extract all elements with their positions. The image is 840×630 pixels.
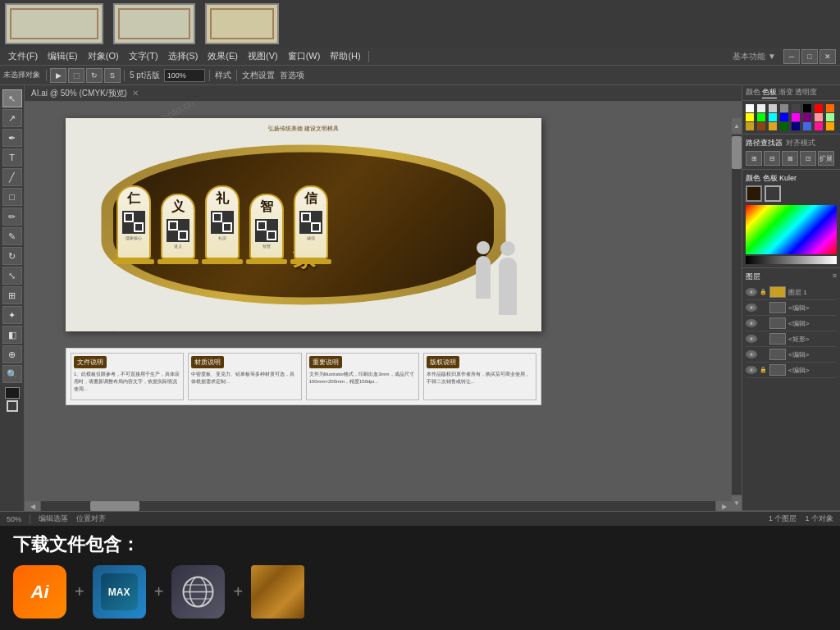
- hscroll-thumb[interactable]: [90, 501, 139, 511]
- swatch-deep-pink[interactable]: [815, 122, 823, 130]
- swatch-gold[interactable]: [746, 122, 754, 130]
- tool-rect[interactable]: □: [2, 188, 22, 206]
- horizontal-scrollbar[interactable]: ◀ ▶: [25, 501, 732, 511]
- preview-thumb-1[interactable]: [5, 3, 103, 44]
- swatch-purple[interactable]: [803, 113, 811, 121]
- minimize-button[interactable]: ─: [783, 49, 800, 64]
- active-fill-color[interactable]: [746, 185, 762, 202]
- swatch-brown[interactable]: [757, 122, 765, 130]
- tool-pencil[interactable]: ✎: [2, 227, 22, 245]
- tool-rotate[interactable]: ↻: [86, 68, 103, 83]
- fill-swatch[interactable]: [5, 387, 20, 399]
- position-tab-adjust[interactable]: 路径查找器: [746, 138, 783, 148]
- prefs-label[interactable]: 首选项: [280, 70, 304, 81]
- menu-select[interactable]: 选择(S): [163, 50, 203, 62]
- swatch-orange[interactable]: [826, 104, 834, 112]
- panel-card-li[interactable]: 礼 礼仪: [205, 185, 240, 259]
- tool-select-icon[interactable]: ↖: [2, 89, 22, 107]
- tool-eyedropper[interactable]: ✦: [2, 306, 22, 324]
- swatch-light-green[interactable]: [826, 113, 834, 121]
- swatch-cyan[interactable]: [769, 113, 777, 121]
- doc-settings-label[interactable]: 文档设置: [242, 70, 275, 81]
- tool-blend[interactable]: ⊞: [2, 286, 22, 304]
- swatch-white[interactable]: [746, 104, 754, 112]
- tool-arrow[interactable]: ▶: [50, 68, 66, 83]
- panel-card-zhi[interactable]: 智 智慧: [249, 194, 284, 259]
- panel-card-ren[interactable]: 仁 儒家核心: [116, 185, 151, 259]
- layer-eye-2[interactable]: 👁: [746, 304, 757, 312]
- tool-direct-select[interactable]: ↗: [2, 109, 22, 127]
- pathfinder-minus[interactable]: ⊟: [764, 151, 780, 166]
- layer-eye-5[interactable]: 👁: [746, 350, 757, 358]
- canvas-tab[interactable]: AI.ai @ 50% (CMYK/预览) ✕: [25, 85, 742, 102]
- swatch-red[interactable]: [815, 104, 823, 112]
- layer-lock-6[interactable]: 🔒: [760, 367, 768, 373]
- preview-thumb-3[interactable]: [205, 3, 279, 44]
- tool-size[interactable]: S: [104, 68, 121, 83]
- tool-line[interactable]: ╱: [2, 168, 22, 186]
- zoom-display[interactable]: 50%: [7, 515, 21, 523]
- tool-mesh[interactable]: ⊕: [2, 345, 22, 363]
- layer-item-2[interactable]: 👁 <编辑>: [746, 300, 837, 316]
- scroll-thumb[interactable]: [732, 136, 742, 169]
- scroll-right-arrow[interactable]: ▶: [715, 501, 732, 511]
- scroll-up-arrow[interactable]: ▲: [732, 118, 742, 135]
- tool-rotate-tool[interactable]: ↻: [2, 247, 22, 265]
- tab-swatches[interactable]: 色板: [762, 87, 777, 98]
- tab-gradient-panel[interactable]: 渐变: [778, 87, 793, 98]
- tool-paintbrush[interactable]: ✏: [2, 208, 22, 226]
- menu-object[interactable]: 对象(O): [83, 50, 124, 62]
- tab-transparency[interactable]: 透明度: [795, 87, 817, 98]
- color-kuler-tab[interactable]: 颜色 色板 Kuler: [746, 173, 797, 184]
- layers-tab[interactable]: 图层: [746, 272, 760, 282]
- close-tab-icon[interactable]: ✕: [132, 89, 139, 98]
- ai-icon-box[interactable]: Ai: [13, 565, 66, 619]
- panel-card-yi[interactable]: 义 道义: [161, 194, 195, 259]
- globe-icon-box[interactable]: [171, 565, 225, 619]
- tool-select[interactable]: ⬚: [68, 68, 84, 83]
- swatch-gray[interactable]: [769, 104, 777, 112]
- swatch-green[interactable]: [757, 113, 765, 121]
- color-gradient-picker[interactable]: [746, 205, 837, 254]
- maximize-button[interactable]: □: [801, 49, 818, 64]
- stroke-swatch[interactable]: [7, 400, 18, 412]
- vertical-scrollbar[interactable]: ▲ ▼: [732, 118, 742, 511]
- panel-card-xin[interactable]: 信 诚信: [294, 185, 328, 259]
- scroll-left-arrow[interactable]: ◀: [25, 501, 41, 511]
- swatch-mid-gray[interactable]: [780, 104, 788, 112]
- design-board[interactable]: 弘扬传统美德 建设文明棋具 儒家 仁: [66, 118, 541, 331]
- menu-edit[interactable]: 编辑(E): [43, 50, 83, 62]
- swatch-magenta[interactable]: [792, 113, 800, 121]
- swatch-light-orange[interactable]: [826, 122, 834, 130]
- layer-eye-6[interactable]: 👁: [746, 366, 757, 374]
- pathfinder-intersect[interactable]: ⊠: [782, 151, 798, 166]
- layer-item-1[interactable]: 👁 🔒 图层 1: [746, 285, 837, 300]
- swatch-black[interactable]: [803, 104, 811, 112]
- layers-options[interactable]: ≡: [833, 272, 837, 282]
- position-tab-transform[interactable]: 对齐模式: [786, 138, 815, 148]
- tool-gradient[interactable]: ◧: [2, 326, 22, 344]
- menu-window[interactable]: 窗口(W): [283, 50, 326, 62]
- layer-lock-1[interactable]: 🔒: [760, 289, 768, 295]
- preview-thumb-2[interactable]: [113, 3, 195, 44]
- swatch-dark-gray[interactable]: [792, 104, 800, 112]
- pathfinder-unite[interactable]: ⊞: [746, 151, 762, 166]
- active-stroke-color[interactable]: [765, 185, 781, 202]
- layer-item-3[interactable]: 👁 <编辑>: [746, 316, 837, 331]
- menu-help[interactable]: 帮助(H): [325, 50, 365, 62]
- scroll-down-arrow[interactable]: ▼: [732, 495, 742, 511]
- layer-item-4[interactable]: 👁 <矩形>: [746, 331, 837, 347]
- menu-text[interactable]: 文字(T): [124, 50, 163, 62]
- layer-eye-3[interactable]: 👁: [746, 319, 757, 327]
- swatch-light-red[interactable]: [815, 113, 823, 121]
- layer-eye-1[interactable]: 👁: [746, 288, 757, 296]
- menu-view[interactable]: 视图(V): [243, 50, 283, 62]
- expand-button[interactable]: 扩展: [818, 151, 834, 166]
- swatch-light-gray[interactable]: [757, 104, 765, 112]
- layer-eye-4[interactable]: 👁: [746, 335, 757, 343]
- max-icon-box[interactable]: MAX: [93, 565, 146, 619]
- tool-zoom[interactable]: 🔍: [2, 365, 22, 383]
- swatch-yellow[interactable]: [746, 113, 754, 121]
- swatch-dark-green[interactable]: [780, 122, 788, 130]
- brightness-slider[interactable]: [746, 256, 837, 264]
